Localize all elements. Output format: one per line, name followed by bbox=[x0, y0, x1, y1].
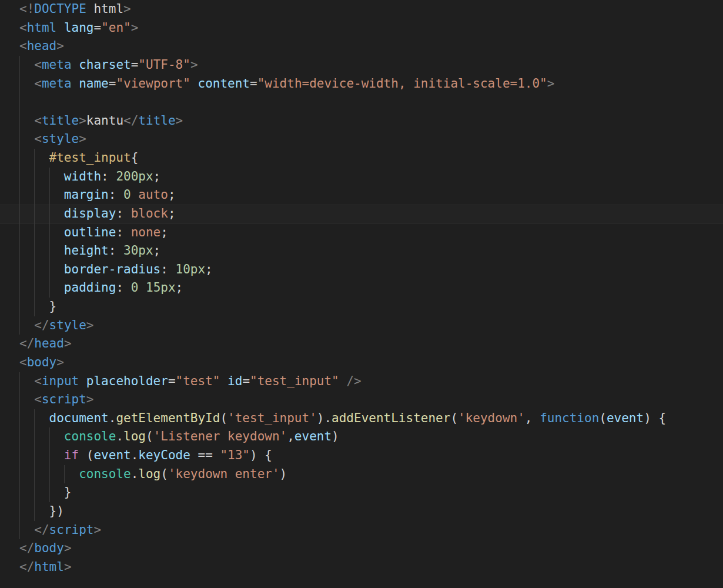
code-editor[interactable]: <!DOCTYPE html><html lang="en"><head> <m… bbox=[0, 0, 723, 588]
code-line[interactable]: } bbox=[0, 483, 723, 502]
code-token bbox=[79, 374, 86, 388]
code-line[interactable]: } bbox=[0, 298, 723, 316]
code-token: > bbox=[79, 132, 86, 146]
code-token: console bbox=[64, 429, 116, 443]
code-token bbox=[19, 243, 64, 258]
code-token: placeholder bbox=[86, 374, 168, 388]
indent-guide bbox=[34, 149, 35, 168]
code-line[interactable]: document.getElementById('test_input').ad… bbox=[0, 409, 723, 428]
code-token: content bbox=[198, 76, 250, 91]
code-token: border-radius bbox=[64, 262, 160, 276]
code-token: > bbox=[86, 392, 94, 406]
code-token: > bbox=[547, 76, 555, 91]
code-token: ; bbox=[205, 262, 213, 276]
code-line[interactable] bbox=[0, 93, 723, 112]
code-line[interactable]: </body> bbox=[0, 539, 723, 558]
code-line[interactable]: </style> bbox=[0, 316, 723, 335]
code-token: : bbox=[160, 262, 175, 276]
indent-guide bbox=[19, 149, 20, 168]
code-line[interactable]: <html lang="en"> bbox=[0, 19, 723, 38]
code-token bbox=[72, 76, 79, 91]
code-token: . bbox=[131, 448, 139, 462]
code-token: ( bbox=[220, 411, 227, 425]
code-line[interactable]: <style> bbox=[0, 130, 723, 149]
code-token: id bbox=[227, 374, 242, 388]
code-line[interactable]: <script> bbox=[0, 390, 723, 409]
code-line[interactable]: <input placeholder="test" id="test_input… bbox=[0, 372, 723, 391]
code-line[interactable]: width: 200px; bbox=[0, 168, 723, 186]
code-token: head bbox=[27, 39, 57, 53]
code-line[interactable]: margin: 0 auto; bbox=[0, 186, 723, 205]
code-line[interactable]: <meta charset="UTF-8"> bbox=[0, 56, 723, 75]
indent-guide bbox=[49, 260, 50, 279]
code-token: ) { bbox=[644, 411, 666, 425]
indent-guide bbox=[19, 242, 20, 260]
indent-guide bbox=[19, 446, 20, 465]
code-token: > bbox=[64, 541, 72, 555]
code-line[interactable]: #test_input{ bbox=[0, 149, 723, 168]
code-token: }) bbox=[19, 504, 64, 518]
code-token: : bbox=[116, 206, 130, 220]
code-token: > bbox=[93, 523, 101, 537]
code-token: = bbox=[131, 58, 139, 72]
indent-guide bbox=[49, 168, 50, 186]
code-token: none bbox=[131, 225, 161, 239]
code-token: . bbox=[116, 429, 123, 443]
indent-guide bbox=[19, 223, 20, 242]
code-line[interactable]: display: block; bbox=[0, 205, 723, 223]
indent-guide bbox=[19, 75, 20, 93]
code-token: > bbox=[131, 21, 139, 35]
code-token: ( bbox=[599, 411, 607, 425]
code-token: width bbox=[64, 169, 101, 183]
code-token: > bbox=[56, 355, 64, 369]
code-token: "test_input" bbox=[250, 374, 339, 388]
code-line[interactable]: <meta name="viewport" content="width=dev… bbox=[0, 75, 723, 93]
code-token: 0 bbox=[131, 280, 139, 295]
code-line[interactable]: </script> bbox=[0, 521, 723, 540]
code-token: = bbox=[168, 374, 176, 388]
code-token: meta bbox=[42, 76, 72, 91]
indent-guide bbox=[34, 298, 35, 316]
code-token: 200px bbox=[116, 169, 153, 183]
code-lines-container: <!DOCTYPE html><html lang="en"><head> <m… bbox=[0, 0, 723, 576]
code-token: < bbox=[34, 392, 42, 406]
indent-guide bbox=[49, 223, 50, 242]
code-token: block bbox=[131, 206, 168, 220]
code-line[interactable]: <head> bbox=[0, 37, 723, 56]
code-token: lang bbox=[64, 21, 94, 35]
code-token: > bbox=[123, 2, 131, 16]
code-token bbox=[131, 188, 139, 202]
code-token: : bbox=[109, 243, 123, 258]
indent-guide bbox=[34, 205, 35, 223]
indent-guide bbox=[49, 279, 50, 298]
code-line[interactable]: <!DOCTYPE html> bbox=[0, 0, 723, 19]
code-token: </ bbox=[123, 113, 138, 128]
code-line[interactable]: <title>kantu</title> bbox=[0, 112, 723, 131]
code-token: <! bbox=[19, 2, 34, 16]
code-line[interactable]: console.log('keydown enter') bbox=[0, 465, 723, 484]
code-line[interactable]: </html> bbox=[0, 558, 723, 577]
code-line[interactable]: <body> bbox=[0, 353, 723, 372]
code-line[interactable]: border-radius: 10px; bbox=[0, 260, 723, 279]
code-line[interactable]: height: 30px; bbox=[0, 242, 723, 260]
code-token: < bbox=[34, 58, 42, 72]
code-line[interactable]: </head> bbox=[0, 335, 723, 353]
code-token: 'test_input' bbox=[227, 411, 317, 425]
indent-guide bbox=[19, 186, 20, 205]
code-line[interactable]: if (event.keyCode == "13") { bbox=[0, 446, 723, 465]
code-token: : bbox=[109, 188, 123, 202]
code-token: , bbox=[287, 429, 294, 443]
code-line[interactable]: console.log('Listener keydown',event) bbox=[0, 427, 723, 446]
code-line[interactable]: outline: none; bbox=[0, 223, 723, 242]
code-line[interactable]: padding: 0 15px; bbox=[0, 279, 723, 298]
indent-guide bbox=[49, 427, 50, 446]
code-token: display bbox=[64, 206, 116, 220]
code-token: 'keydown enter' bbox=[168, 467, 280, 481]
indent-guide bbox=[19, 130, 20, 149]
code-token bbox=[19, 280, 64, 295]
code-token: keyCode bbox=[138, 448, 190, 462]
code-token: ) bbox=[332, 429, 339, 443]
code-token: } bbox=[19, 299, 56, 313]
code-token: height bbox=[64, 243, 109, 258]
code-line[interactable]: }) bbox=[0, 502, 723, 521]
